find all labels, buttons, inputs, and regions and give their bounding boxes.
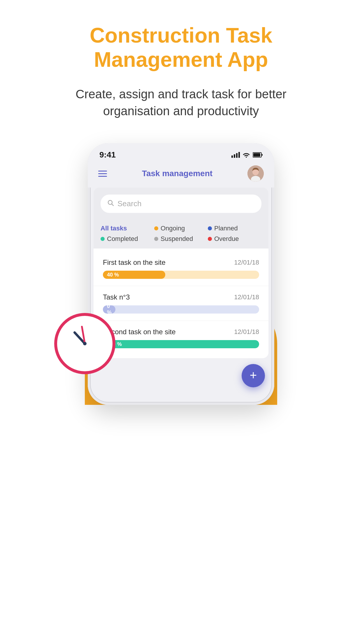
- task-1-header: First task on the site 12/01/18: [103, 258, 259, 267]
- task-3-header: Second task on the site 12/01/18: [103, 328, 259, 336]
- task-card-1[interactable]: First task on the site 12/01/18 40 %: [94, 251, 268, 286]
- page-title-line2: Management App: [50, 48, 312, 72]
- filter-suspended-dot: [154, 237, 158, 241]
- clock-icon: [53, 312, 117, 376]
- tasks-section: First task on the site 12/01/18 40 % Tas…: [94, 249, 268, 358]
- phone-wrapper: 9:41: [61, 143, 301, 405]
- task-2-name: Task n°3: [103, 293, 130, 301]
- filter-ongoing-dot: [154, 226, 158, 230]
- task-3-progress-fill: 100 %: [103, 340, 259, 348]
- task-1-name: First task on the site: [103, 258, 166, 267]
- filter-suspended[interactable]: Suspended: [154, 235, 208, 243]
- avatar[interactable]: [247, 165, 264, 182]
- filter-all-tasks-label: All tasks: [101, 225, 127, 232]
- filter-overdue[interactable]: Overdue: [208, 235, 261, 243]
- search-bar[interactable]: Search: [101, 195, 261, 213]
- task-2-header: Task n°3 12/01/18: [103, 293, 259, 301]
- fab-add-button[interactable]: +: [242, 364, 265, 387]
- hamburger-menu[interactable]: [98, 171, 107, 177]
- search-icon: [108, 200, 114, 208]
- task-3-date: 12/01/18: [234, 328, 259, 336]
- filter-tabs: All tasks Ongoing Planned Completed Susp: [94, 220, 268, 249]
- filter-completed-dot: [101, 237, 105, 241]
- signal-icon: [231, 152, 240, 158]
- status-icons: [231, 152, 263, 158]
- status-time: 9:41: [99, 150, 116, 160]
- task-1-progress-label: 40 %: [107, 272, 119, 278]
- svg-line-11: [112, 204, 114, 206]
- task-2-date: 12/01/18: [234, 293, 259, 301]
- status-bar: 9:41: [88, 143, 274, 162]
- filter-suspended-label: Suspended: [161, 235, 193, 243]
- filter-ongoing[interactable]: Ongoing: [154, 225, 208, 232]
- nav-bar: Task management: [88, 162, 274, 188]
- filter-planned-label: Planned: [214, 225, 238, 232]
- filter-planned[interactable]: Planned: [208, 225, 261, 232]
- filter-planned-dot: [208, 226, 212, 230]
- filter-ongoing-label: Ongoing: [161, 225, 185, 232]
- nav-title: Task management: [142, 169, 212, 178]
- search-placeholder: Search: [117, 199, 141, 208]
- battery-icon: [253, 152, 263, 158]
- filter-overdue-label: Overdue: [214, 235, 239, 243]
- fab-plus-icon: +: [250, 369, 257, 382]
- filter-completed[interactable]: Completed: [101, 235, 154, 243]
- search-section: Search: [94, 188, 268, 220]
- task-card-3[interactable]: Second task on the site 12/01/18 100 %: [94, 321, 268, 355]
- task-1-date: 12/01/18: [234, 259, 259, 266]
- svg-rect-5: [253, 153, 260, 157]
- phone-content: Search All tasks Ongoing Planned: [94, 188, 268, 358]
- svg-point-3: [83, 342, 87, 345]
- task-3-progress-bg: 100 %: [103, 340, 259, 348]
- filter-completed-label: Completed: [107, 235, 138, 243]
- filter-all-tasks[interactable]: All tasks: [101, 225, 154, 232]
- wifi-icon: [243, 152, 250, 158]
- page-subtitle: Create, assign and track task for better…: [56, 86, 306, 120]
- svg-rect-6: [261, 154, 263, 156]
- task-1-progress-bg: 40 %: [103, 271, 259, 279]
- task-2-progress-bg: 0 %: [103, 305, 259, 314]
- task-1-progress-fill: 40 %: [103, 271, 165, 279]
- page-title: Construction Task: [50, 23, 312, 48]
- filter-overdue-dot: [208, 237, 212, 241]
- task-card-2[interactable]: Task n°3 12/01/18 0 %: [94, 286, 268, 321]
